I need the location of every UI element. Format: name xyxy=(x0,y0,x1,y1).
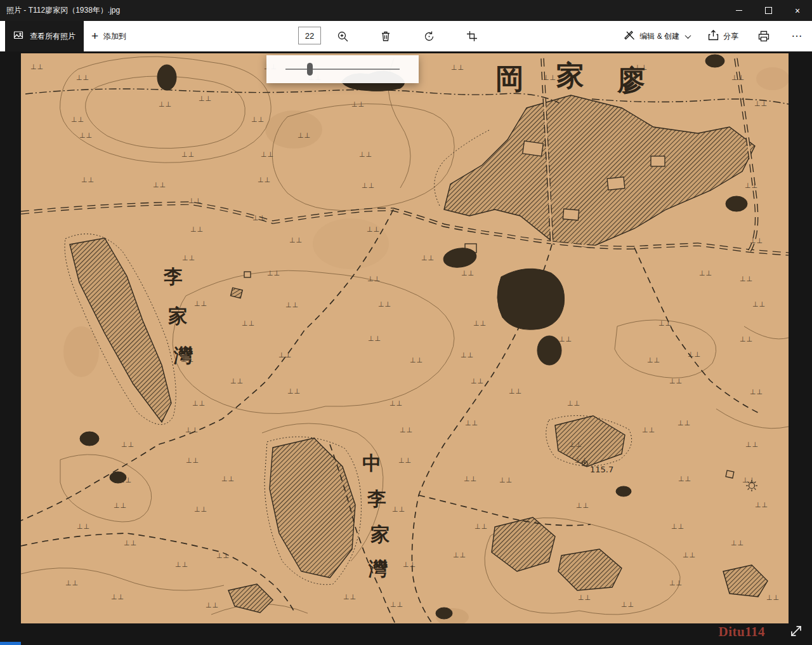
svg-text:⊥⊥: ⊥⊥ xyxy=(77,522,90,531)
svg-text:⊥⊥: ⊥⊥ xyxy=(267,269,280,277)
svg-text:⊥⊥: ⊥⊥ xyxy=(642,426,655,434)
svg-text:⊥⊥: ⊥⊥ xyxy=(647,356,660,364)
svg-text:⊥⊥: ⊥⊥ xyxy=(421,254,435,262)
map-label-char: 灣 xyxy=(368,557,388,580)
map-label-char: 李 xyxy=(163,265,183,288)
zoom-slider[interactable] xyxy=(285,69,400,70)
svg-text:⊥⊥: ⊥⊥ xyxy=(287,387,301,396)
svg-text:⊥⊥: ⊥⊥ xyxy=(194,300,207,308)
chevron-down-icon xyxy=(685,32,691,39)
map-label-char: 廖 xyxy=(617,63,645,96)
svg-text:⊥⊥: ⊥⊥ xyxy=(230,377,244,385)
svg-text:⊥⊥: ⊥⊥ xyxy=(79,131,93,140)
printer-icon xyxy=(758,30,769,42)
svg-text:⊥⊥: ⊥⊥ xyxy=(390,399,403,408)
maximize-button[interactable] xyxy=(754,0,783,21)
svg-text:⊥⊥: ⊥⊥ xyxy=(567,399,580,408)
svg-text:⊥⊥: ⊥⊥ xyxy=(731,539,744,547)
svg-text:⊥⊥: ⊥⊥ xyxy=(473,319,487,328)
map-label-char: 中 xyxy=(362,452,381,474)
svg-text:⊥⊥: ⊥⊥ xyxy=(752,300,766,309)
svg-text:⊥⊥: ⊥⊥ xyxy=(464,475,477,483)
edit-create-button[interactable]: 编辑 & 创建 xyxy=(624,30,690,43)
svg-text:⊥⊥: ⊥⊥ xyxy=(453,551,466,559)
rotate-button[interactable] xyxy=(421,29,436,44)
svg-text:⊥⊥: ⊥⊥ xyxy=(378,300,391,309)
svg-text:⊥⊥: ⊥⊥ xyxy=(216,552,230,560)
share-label: 分享 xyxy=(723,31,738,42)
svg-text:⊥⊥: ⊥⊥ xyxy=(221,475,235,483)
svg-text:⊥⊥: ⊥⊥ xyxy=(258,176,271,184)
svg-text:⊥⊥: ⊥⊥ xyxy=(252,214,266,222)
share-button[interactable]: 分享 xyxy=(708,30,738,43)
svg-text:⊥⊥: ⊥⊥ xyxy=(368,335,381,343)
zoom-slider-thumb[interactable] xyxy=(307,63,313,76)
photo-canvas-area: ⊥⊥⊥⊥⊥⊥⊥⊥⊥⊥⊥⊥⊥⊥⊥⊥⊥⊥⊥⊥⊥⊥⊥⊥⊥⊥⊥⊥⊥⊥⊥⊥⊥⊥⊥⊥⊥⊥⊥⊥… xyxy=(0,51,812,645)
share-icon xyxy=(708,30,719,43)
window-title: 照片 - T112廖家冈（1938年）.jpg xyxy=(0,5,724,16)
minimize-icon xyxy=(736,10,742,11)
svg-text:⊥⊥: ⊥⊥ xyxy=(261,150,274,159)
map-image: ⊥⊥⊥⊥⊥⊥⊥⊥⊥⊥⊥⊥⊥⊥⊥⊥⊥⊥⊥⊥⊥⊥⊥⊥⊥⊥⊥⊥⊥⊥⊥⊥⊥⊥⊥⊥⊥⊥⊥⊥… xyxy=(21,53,789,623)
svg-text:⊥⊥: ⊥⊥ xyxy=(410,356,423,364)
svg-text:⊥⊥: ⊥⊥ xyxy=(658,319,672,328)
svg-text:⊥⊥: ⊥⊥ xyxy=(740,275,753,283)
svg-text:⊥⊥: ⊥⊥ xyxy=(359,150,372,159)
svg-text:⊥⊥: ⊥⊥ xyxy=(119,476,132,484)
svg-text:⊥⊥: ⊥⊥ xyxy=(475,522,488,531)
zoom-level-input[interactable] xyxy=(298,27,321,44)
delete-button[interactable] xyxy=(378,29,393,44)
close-button[interactable]: × xyxy=(783,0,812,21)
svg-text:⊥⊥: ⊥⊥ xyxy=(30,63,44,71)
map-label-char: 灣 xyxy=(173,344,193,366)
titlebar: 照片 - T112廖家冈（1938年）.jpg × xyxy=(0,0,812,21)
svg-text:⊥⊥: ⊥⊥ xyxy=(461,269,475,277)
svg-text:⊥⊥: ⊥⊥ xyxy=(750,388,763,396)
zoom-in-button[interactable] xyxy=(335,29,350,44)
svg-text:⊥⊥: ⊥⊥ xyxy=(451,63,464,72)
svg-text:⊥⊥: ⊥⊥ xyxy=(81,176,95,184)
svg-text:⊥⊥: ⊥⊥ xyxy=(206,601,219,609)
svg-text:⊥⊥: ⊥⊥ xyxy=(699,269,712,277)
svg-text:⊥⊥: ⊥⊥ xyxy=(190,225,204,234)
more-options-button[interactable]: … xyxy=(789,29,804,44)
svg-text:⊥⊥: ⊥⊥ xyxy=(745,182,758,190)
svg-text:⊥⊥: ⊥⊥ xyxy=(471,377,484,385)
crop-button[interactable] xyxy=(464,29,480,44)
svg-text:⊥⊥: ⊥⊥ xyxy=(298,131,311,140)
svg-text:⊥⊥: ⊥⊥ xyxy=(559,335,572,343)
svg-text:⊥⊥: ⊥⊥ xyxy=(569,441,582,449)
svg-text:⊥⊥: ⊥⊥ xyxy=(289,236,303,244)
svg-text:⊥⊥: ⊥⊥ xyxy=(192,399,206,408)
magnifier-plus-icon xyxy=(337,30,349,43)
svg-text:⊥⊥: ⊥⊥ xyxy=(76,74,89,82)
map-label-char: 李 xyxy=(367,488,386,510)
right-tools: 编辑 & 创建 分享 xyxy=(624,21,804,51)
close-icon: × xyxy=(795,6,800,16)
svg-text:⊥⊥: ⊥⊥ xyxy=(669,377,683,385)
svg-text:⊥⊥: ⊥⊥ xyxy=(766,594,780,602)
svg-text:⊥⊥: ⊥⊥ xyxy=(111,593,124,601)
svg-text:⊥⊥: ⊥⊥ xyxy=(186,456,199,465)
svg-text:⊥⊥: ⊥⊥ xyxy=(509,387,522,396)
svg-text:⊥⊥: ⊥⊥ xyxy=(465,419,478,427)
trash-icon xyxy=(380,30,391,42)
edit-create-label: 编辑 & 创建 xyxy=(639,31,679,42)
svg-text:⊥⊥: ⊥⊥ xyxy=(731,74,745,82)
photo-viewer[interactable]: ⊥⊥⊥⊥⊥⊥⊥⊥⊥⊥⊥⊥⊥⊥⊥⊥⊥⊥⊥⊥⊥⊥⊥⊥⊥⊥⊥⊥⊥⊥⊥⊥⊥⊥⊥⊥⊥⊥⊥⊥… xyxy=(21,53,789,623)
map-label-char: 家 xyxy=(556,59,584,91)
zoom-slider-popup xyxy=(266,55,419,83)
svg-text:⊥⊥: ⊥⊥ xyxy=(188,197,202,205)
fullscreen-button[interactable] xyxy=(787,622,806,641)
rotate-icon xyxy=(423,30,435,43)
svg-text:⊥⊥: ⊥⊥ xyxy=(390,601,403,609)
minimize-button[interactable] xyxy=(724,0,754,21)
more-icon: … xyxy=(791,27,802,39)
toolbar: 查看所有照片 + 添加到 xyxy=(0,21,812,51)
svg-text:⊥⊥: ⊥⊥ xyxy=(576,502,589,510)
print-button[interactable] xyxy=(756,29,771,44)
svg-text:⊥⊥: ⊥⊥ xyxy=(398,456,412,465)
svg-text:⊥⊥: ⊥⊥ xyxy=(400,426,413,434)
svg-text:⊥⊥: ⊥⊥ xyxy=(678,475,691,483)
svg-text:⊥⊥: ⊥⊥ xyxy=(742,476,756,484)
